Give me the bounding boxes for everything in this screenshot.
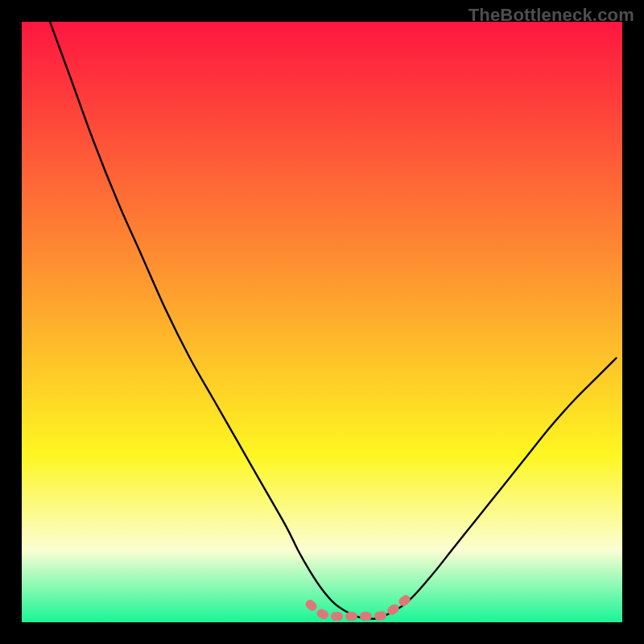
chart-frame: TheBottleneck.com [0,0,644,644]
chart-svg [22,22,622,622]
chart-background [22,22,622,622]
chart-plot-area [22,22,622,622]
